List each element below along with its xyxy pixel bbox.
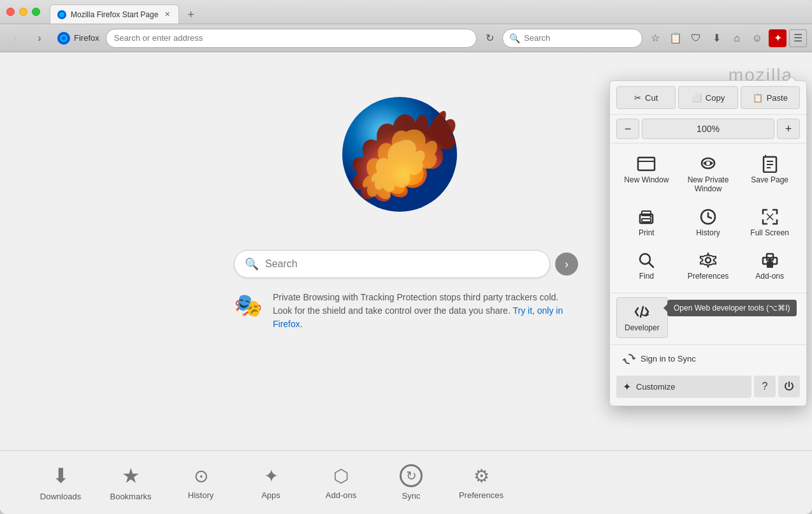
cut-icon: ✂ [634,93,641,103]
bottom-bar: ⬇ Downloads ★ Bookmarks ⊙ History ✦ Apps… [0,450,812,514]
sign-in-sync-button[interactable]: Sign in to Sync [616,348,800,371]
menu-print[interactable]: Print [616,202,677,244]
shortcut-addons[interactable]: ⬡ Add-ons [306,460,376,505]
customize-button[interactable]: ✦ Customize [616,376,751,398]
menu-new-private-window[interactable]: New Private Window [678,149,739,200]
firefox-logo-container [336,91,476,231]
new-private-window-icon [699,155,718,173]
cut-button[interactable]: ✂ Cut [616,86,676,109]
main-search-box[interactable]: 🔍 [234,250,550,278]
tabs-area: Mozilla Firefox Start Page ✕ + [50,0,806,24]
menu-full-screen[interactable]: Full Screen [739,202,800,244]
developer-button[interactable]: Developer [616,297,668,338]
shortcut-sync[interactable]: ↻ Sync [376,459,446,506]
power-button[interactable] [778,376,800,397]
tab-title: Mozilla Firefox Start Page [71,10,158,19]
save-page-label: Save Page [751,175,788,184]
zoom-out-button[interactable]: − [616,119,639,139]
help-icon: ? [762,381,768,392]
svg-point-4 [62,36,66,40]
preferences-icon [699,251,717,269]
apps-shortcut-icon: ✦ [264,466,279,487]
find-icon [637,251,655,269]
power-icon [784,381,794,392]
main-search-icon: 🔍 [245,257,259,271]
paste-icon: 📋 [753,93,763,103]
apps-label: Apps [261,490,280,500]
main-content: mozilla [0,52,812,514]
firefox-icon [56,31,71,46]
reading-list-button[interactable]: 📋 [667,29,685,47]
shortcut-preferences[interactable]: ⚙ Preferences [446,460,516,505]
paste-button[interactable]: 📋 Paste [741,86,800,109]
addons-icon [761,251,779,269]
menu-preferences[interactable]: Preferences [678,245,739,287]
copy-button[interactable]: ⬜ Copy [678,86,737,109]
menu-find[interactable]: Find [616,245,677,287]
downloads-shortcut-icon: ⬇ [52,464,69,488]
reload-button[interactable]: ↻ [481,29,498,47]
history-label: History [188,490,214,500]
emoji-button[interactable]: ☺ [748,29,766,47]
pocket-button[interactable]: 🛡 [687,29,705,47]
menu-addons[interactable]: Add-ons [739,245,800,287]
svg-point-21 [650,216,652,217]
maximize-button[interactable] [32,8,40,16]
forward-button[interactable]: › [29,28,50,48]
addons-shortcut-icon: ⬡ [333,466,349,487]
preferences-label: Preferences [459,490,504,500]
customize-plus-icon: ✦ [623,381,631,393]
menu-new-window[interactable]: New Window [616,149,677,200]
addon-red-button[interactable]: ✦ [769,29,787,47]
copy-label: Copy [706,93,725,103]
help-button[interactable]: ? [754,376,776,397]
cut-label: Cut [645,93,658,103]
home-button[interactable]: ⌂ [728,29,746,47]
svg-line-24 [708,217,711,218]
svg-point-13 [706,161,710,165]
address-bar[interactable] [106,29,477,48]
shortcut-downloads[interactable]: ⬇ Downloads [25,459,96,506]
tab-close-button[interactable]: ✕ [162,10,172,20]
active-tab[interactable]: Mozilla Firefox Start Page ✕ [50,4,179,24]
svg-rect-33 [767,261,773,268]
search-icon: 🔍 [509,33,520,43]
hamburger-menu: ✂ Cut ⬜ Copy 📋 Paste − 100% + [609,80,807,406]
zoom-in-button[interactable]: + [777,119,800,139]
menu-save-page[interactable]: Save Page [739,149,800,200]
shortcut-bookmarks[interactable]: ★ Bookmarks [96,459,166,506]
search-go-button[interactable]: › [555,253,578,275]
main-search-input[interactable] [265,258,539,270]
downloads-button[interactable]: ⬇ [707,29,725,47]
addons-label: Add-ons [755,272,784,281]
developer-icon [633,303,651,321]
search-bar[interactable]: 🔍 [502,29,642,48]
save-page-icon [761,155,779,173]
zoom-row: − 100% + [610,115,806,143]
close-button[interactable] [6,8,15,16]
tracking-text: Private Browsing with Tracking Protectio… [273,291,578,331]
bookmark-star-button[interactable]: ☆ [646,29,664,47]
shortcut-apps[interactable]: ✦ Apps [236,460,306,505]
developer-label: Developer [625,323,660,332]
menu-history[interactable]: History [678,202,739,244]
minimize-button[interactable] [19,8,27,16]
tracking-banner: 🎭 Private Browsing with Tracking Protect… [234,291,578,331]
address-input[interactable] [114,33,468,43]
bookmarks-shortcut-icon: ★ [122,464,140,488]
developer-row: Developer Open Web developer tools (⌥⌘I) [610,293,806,345]
search-input[interactable] [524,33,635,43]
developer-tooltip: Open Web developer tools (⌥⌘I) [667,300,797,316]
firefox-label: Firefox [74,33,99,43]
firefox-logo-button[interactable]: Firefox [54,31,102,46]
shortcut-history[interactable]: ⊙ History [166,460,236,505]
back-button[interactable]: ‹ [5,28,25,48]
sync-label: Sign in to Sync [641,354,696,363]
addons-label: Add-ons [326,490,356,500]
new-window-icon [637,155,656,173]
full-screen-label: Full Screen [750,228,789,237]
new-tab-button[interactable]: + [182,6,199,24]
paste-label: Paste [767,93,788,103]
menu-button[interactable]: ☰ [789,29,807,47]
svg-rect-20 [642,219,651,222]
